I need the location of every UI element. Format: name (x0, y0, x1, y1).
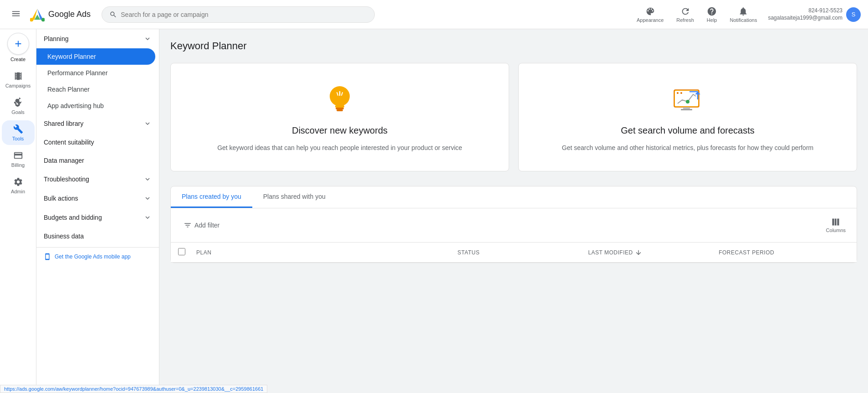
shared-library-header[interactable]: Shared library (36, 114, 159, 133)
tools-label: Tools (12, 136, 24, 141)
search-volume-card[interactable]: Get search volume and forecasts Get sear… (518, 63, 857, 171)
help-icon (707, 6, 717, 16)
budgets-bidding-chevron (143, 213, 152, 222)
notifications-icon (738, 6, 748, 16)
nav-divider (36, 247, 159, 248)
topbar: Google Ads Appearance Refresh H (0, 0, 868, 29)
help-button[interactable]: Help (701, 5, 723, 25)
notifications-button[interactable]: Notifications (724, 5, 762, 25)
logo-text: Google Ads (48, 10, 91, 19)
plans-section: Plans created by you Plans shared with y… (170, 186, 857, 263)
data-manager-header[interactable]: Data manager (36, 151, 159, 170)
sidebar-item-goals[interactable]: Goals (2, 94, 35, 119)
business-data-header[interactable]: Business data (36, 227, 159, 245)
troubleshooting-chevron (143, 175, 152, 183)
topbar-actions: Appearance Refresh Help Notifications 82… (631, 5, 861, 25)
plans-tabs: Plans created by you Plans shared with y… (171, 186, 857, 208)
sidebar-item-billing[interactable]: Billing (2, 147, 35, 171)
menu-button[interactable] (7, 5, 25, 24)
columns-icon (831, 217, 840, 227)
nav-sidebar: Planning Keyword Planner Performance Pla… (36, 29, 159, 393)
icon-sidebar: Create Campaigns Goals Tools Billing (0, 29, 36, 393)
discover-keywords-title: Discover new keywords (292, 125, 388, 136)
bulk-actions-label: Bulk actions (44, 195, 78, 202)
sidebar-item-tools[interactable]: Tools (2, 120, 35, 145)
search-input-wrap[interactable] (102, 6, 375, 23)
svg-rect-7 (336, 108, 344, 109)
page-title: Keyword Planner (170, 40, 857, 52)
search-icon (109, 10, 117, 19)
admin-label: Admin (11, 189, 25, 194)
bulk-actions-header[interactable]: Bulk actions (36, 189, 159, 208)
svg-rect-17 (683, 107, 690, 109)
sort-icon (635, 249, 642, 256)
add-filter-button[interactable]: Add filter (178, 218, 225, 232)
budgets-bidding-header[interactable]: Budgets and bidding (36, 208, 159, 227)
google-ads-logo[interactable]: Google Ads (30, 7, 91, 22)
nav-item-reach-planner[interactable]: Reach Planner (36, 81, 155, 98)
goals-label: Goals (11, 109, 25, 115)
svg-rect-18 (681, 109, 692, 110)
content-suitability-header[interactable]: Content suitability (36, 133, 159, 151)
sidebar-item-admin[interactable]: Admin (2, 173, 35, 198)
billing-label: Billing (11, 162, 25, 168)
bulk-actions-chevron (143, 194, 152, 202)
discover-keywords-desc: Get keyword ideas that can help you reac… (217, 143, 462, 153)
table-header-last-modified[interactable]: Last modified (588, 249, 719, 256)
campaigns-icon (13, 71, 23, 81)
shared-library-chevron (143, 119, 152, 128)
mobile-app-banner[interactable]: Get the Google Ads mobile app (36, 249, 159, 264)
tab-plans-shared-with-you[interactable]: Plans shared with you (252, 186, 337, 208)
refresh-button[interactable]: Refresh (671, 5, 700, 25)
business-data-label: Business data (44, 233, 84, 240)
avatar: S (846, 7, 861, 22)
budgets-bidding-label: Budgets and bidding (44, 214, 102, 221)
troubleshooting-header[interactable]: Troubleshooting (36, 170, 159, 189)
cards-row: Discover new keywords Get keyword ideas … (170, 63, 857, 171)
plans-toolbar: Add filter Columns (171, 208, 857, 243)
add-filter-label: Add filter (194, 222, 220, 229)
refresh-label: Refresh (676, 17, 694, 23)
app-layout: Create Campaigns Goals Tools Billing (0, 29, 868, 393)
search-volume-title: Get search volume and forecasts (621, 125, 754, 136)
sidebar-item-campaigns[interactable]: Campaigns (2, 67, 35, 92)
hamburger-icon (11, 9, 21, 19)
discover-keywords-card[interactable]: Discover new keywords Get keyword ideas … (170, 63, 509, 171)
columns-button[interactable]: Columns (822, 214, 849, 237)
select-all-checkbox[interactable] (178, 248, 185, 255)
mobile-app-label: Get the Google Ads mobile app (55, 253, 131, 260)
nav-item-app-advertising-hub[interactable]: App advertising hub (36, 98, 155, 114)
troubleshooting-label: Troubleshooting (44, 176, 89, 183)
shared-library-label: Shared library (44, 120, 83, 127)
appearance-label: Appearance (637, 17, 664, 23)
table-header: Plan Status Last modified Forecast perio… (171, 243, 857, 263)
planning-section-header[interactable]: Planning (36, 29, 159, 48)
svg-rect-8 (337, 109, 343, 111)
admin-icon (13, 177, 23, 187)
notifications-label: Notifications (730, 17, 757, 23)
url-bar: https://ads.google.com/aw/keywordplanner… (0, 385, 267, 393)
appearance-button[interactable]: Appearance (631, 5, 669, 25)
refresh-icon (680, 6, 690, 16)
help-label: Help (707, 17, 717, 23)
tab-plans-created-by-you[interactable]: Plans created by you (171, 186, 252, 208)
user-section[interactable]: 824-912-5523 sagalasaiteja1999@gmail.com… (768, 7, 861, 22)
goals-icon (13, 98, 23, 108)
nav-item-performance-planner[interactable]: Performance Planner (36, 65, 155, 81)
table-header-plan: Plan (196, 249, 458, 256)
chart-icon (669, 82, 706, 118)
tools-icon (13, 124, 23, 134)
create-button[interactable] (7, 33, 29, 55)
search-input[interactable] (121, 11, 367, 18)
appearance-icon (645, 6, 655, 16)
svg-point-15 (677, 92, 679, 94)
create-label: Create (10, 57, 26, 62)
campaigns-label: Campaigns (5, 83, 31, 88)
nav-item-keyword-planner[interactable]: Keyword Planner (36, 48, 155, 65)
topbar-left: Google Ads (7, 5, 91, 24)
data-manager-label: Data manager (44, 157, 84, 164)
columns-label: Columns (826, 228, 846, 233)
lightbulb-icon (322, 82, 358, 118)
planning-label: Planning (44, 35, 69, 42)
plus-icon (13, 39, 23, 49)
